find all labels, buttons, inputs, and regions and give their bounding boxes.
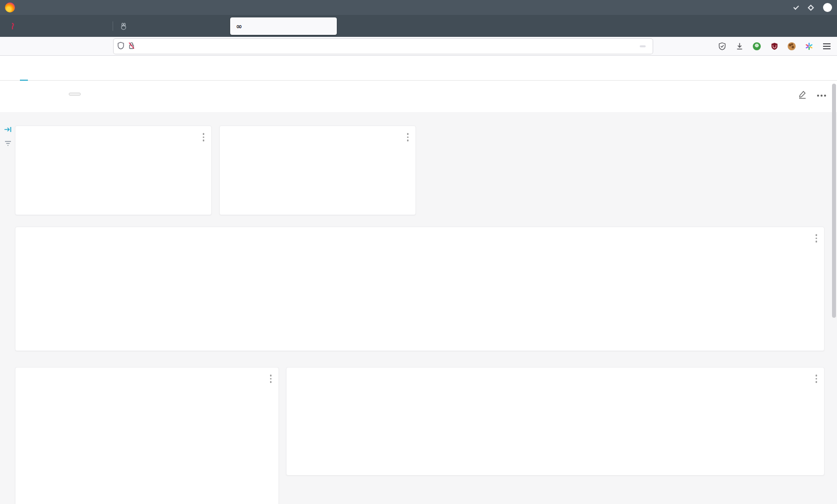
card-total-income (219, 126, 416, 215)
card-avg-trip-duration (286, 367, 825, 476)
minio-favicon-icon (8, 22, 16, 30)
sparkline-total-income (230, 179, 409, 209)
window-minimize-icon[interactable] (793, 4, 799, 9)
filter-icon[interactable] (4, 139, 12, 147)
tab-bar: ∞ (0, 15, 837, 37)
chart-menu-kebab-icon[interactable] (407, 133, 409, 141)
superset-nav (0, 56, 837, 81)
zoom-level-badge[interactable] (640, 45, 646, 47)
window-close-icon[interactable] (823, 3, 832, 12)
shield-check-icon[interactable] (717, 42, 726, 51)
page-scrollbar-thumb[interactable] (832, 84, 836, 318)
menu-hamburger-icon[interactable] (822, 42, 831, 51)
card-payment-types (15, 367, 279, 504)
nav-item-charts[interactable] (40, 56, 42, 81)
tab-separator (113, 21, 113, 31)
more-actions-icon[interactable] (817, 95, 826, 97)
window-titlebar (0, 0, 837, 15)
expand-filter-panel-icon[interactable] (4, 126, 12, 133)
chart-menu-kebab-icon[interactable] (203, 133, 205, 141)
window-maximize-icon[interactable] (808, 4, 814, 11)
trips-income-plot (15, 227, 825, 351)
tab-taxi-data-active[interactable]: ∞ (230, 17, 337, 35)
card-trips-income (15, 227, 825, 351)
nav-item-dashboards[interactable] (23, 56, 25, 81)
url-toolbar (0, 37, 837, 56)
nav-item-data[interactable] (76, 56, 81, 81)
firefox-logo-icon (5, 2, 15, 12)
donut-chart[interactable] (110, 418, 182, 490)
sparkline-total-trips (25, 179, 205, 209)
avg-duration-plot (286, 368, 825, 476)
extension-cookie-icon[interactable] (787, 42, 796, 51)
tracking-shield-icon[interactable] (118, 42, 124, 51)
url-bar[interactable] (114, 39, 653, 54)
draft-status-badge (69, 93, 81, 96)
tab-trino-cluster[interactable] (115, 17, 225, 35)
dashboard-header (0, 81, 837, 112)
trino-favicon-icon (120, 22, 128, 30)
firefox-window: ∞ (0, 0, 837, 504)
extension-privacy-icon[interactable] (752, 42, 761, 51)
tab-minio-console[interactable] (3, 17, 110, 35)
nav-item-sql-lab[interactable] (57, 56, 61, 81)
insecure-lock-icon[interactable] (128, 42, 135, 51)
extension-pinwheel-icon[interactable] (805, 42, 814, 51)
superset-favicon-icon: ∞ (235, 22, 243, 30)
card-total-trips (15, 126, 212, 215)
extension-ublock-icon[interactable] (770, 42, 779, 51)
downloads-icon[interactable] (735, 42, 744, 51)
edit-pencil-icon[interactable] (798, 90, 807, 101)
chart-menu-kebab-icon[interactable] (270, 375, 272, 383)
